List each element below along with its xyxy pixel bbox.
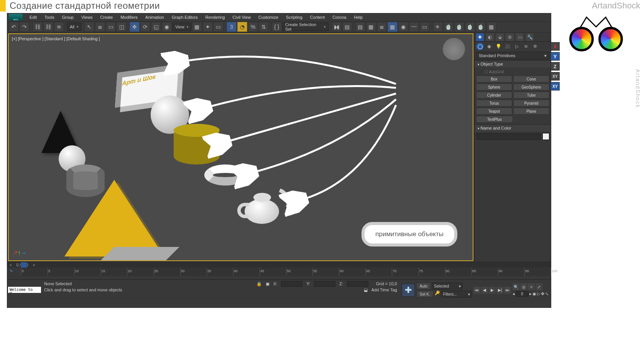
placement-button[interactable]: ◉	[162, 22, 172, 32]
timeline[interactable]: < 0 / 100 > ⤷ 05101520253035404550556065…	[7, 262, 551, 279]
goto-start-button[interactable]: ⏮	[473, 287, 480, 294]
lights-subtab[interactable]: 💡	[495, 43, 502, 50]
frame-spinner-next[interactable]: ▸	[529, 291, 532, 296]
constraint-x[interactable]: X	[550, 42, 560, 51]
autokey-button[interactable]: Auto	[416, 283, 431, 289]
setkey-button[interactable]: Set K.	[416, 291, 434, 298]
render-frame-button[interactable]: ▭	[420, 22, 430, 32]
keymode-button[interactable]: ▭	[214, 22, 223, 32]
percent-snap-button[interactable]: %	[248, 22, 258, 32]
menu-corona[interactable]: Corona	[329, 14, 350, 20]
nav-icon5[interactable]: ▷	[537, 291, 540, 296]
time-ruler[interactable]: ⤷ 05101520253035404550556065707580859095…	[21, 268, 551, 276]
nav-icon7[interactable]: ⤡	[545, 291, 549, 296]
align-button[interactable]: ▤	[342, 22, 352, 32]
shapes-subtab[interactable]: ◉	[485, 43, 493, 50]
angle-snap-button[interactable]: ◔	[237, 22, 247, 32]
menu-civilview[interactable]: Civil View	[229, 14, 255, 20]
nav-icon1[interactable]: ◎	[520, 283, 527, 290]
goto-end-button[interactable]: ⏭	[504, 287, 511, 294]
create-sphere-button[interactable]: Sphere	[476, 84, 512, 90]
add-time-tag[interactable]: Add Time Tag	[371, 288, 397, 292]
timeconfig-button[interactable]: 🔍	[513, 283, 519, 290]
spinner-snap-button[interactable]: ⇅	[259, 22, 269, 32]
teapot4-icon[interactable]: 🍵	[476, 22, 486, 32]
create-tab[interactable]: ✚	[476, 33, 484, 41]
constraint-z[interactable]: Z	[550, 62, 560, 71]
helpers-subtab[interactable]: ▷	[513, 43, 521, 50]
object-pyramid[interactable]	[64, 180, 164, 256]
schematic-view-button[interactable]: ▦	[388, 22, 398, 32]
menu-tools[interactable]: Tools	[41, 14, 58, 20]
scale-button[interactable]: ◱	[151, 22, 161, 32]
object-teapot[interactable]	[235, 184, 292, 230]
primitive-category-dropdown[interactable]: Standard Primitives▾	[476, 52, 549, 59]
keymode-dropdown[interactable]: Selected▾	[432, 283, 463, 289]
menu-create[interactable]: Create	[96, 14, 117, 20]
menu-modifiers[interactable]: Modifiers	[117, 14, 141, 20]
display-tab[interactable]: ▭	[516, 33, 524, 41]
teapot1-icon[interactable]: 🍵	[444, 22, 453, 32]
script-listener-icon[interactable]: ⤷	[10, 268, 13, 273]
autogrid-checkbox[interactable]: ☐ AutoGrid	[476, 69, 549, 76]
mirror-button[interactable]: ◗◖	[332, 22, 342, 32]
object-torus[interactable]	[204, 164, 246, 186]
snap-toggle-button[interactable]: 3	[227, 22, 237, 32]
object-name-input[interactable]	[476, 133, 541, 140]
select-window-button[interactable]: ◫	[117, 22, 127, 32]
modify-tab[interactable]: ◐	[486, 33, 494, 41]
selection-set-combo[interactable]: Create Selection Set	[283, 23, 329, 31]
y-input[interactable]	[314, 281, 335, 287]
manip-button[interactable]: ✦	[203, 22, 213, 32]
name-color-rollout[interactable]: Name and Color	[475, 124, 551, 132]
lock-icon[interactable]: 🔒	[256, 281, 262, 286]
object-cylinder[interactable]	[174, 126, 220, 164]
create-pyramid-button[interactable]: Pyramid	[513, 100, 549, 107]
constraint-xy-active[interactable]: XY	[550, 82, 560, 90]
create-plane-button[interactable]: Plane	[513, 108, 549, 115]
select-rect-button[interactable]: ▭	[106, 22, 116, 32]
toggle-ribbon-button[interactable]: ▦	[366, 22, 376, 32]
menu-grapheditors[interactable]: Graph Editors	[168, 14, 202, 20]
undo-button[interactable]: ↶	[9, 22, 19, 32]
systems-subtab[interactable]: ✲	[531, 43, 539, 50]
render-button[interactable]: ☀	[433, 22, 443, 32]
menu-scripting[interactable]: Scripting	[282, 14, 306, 20]
nav-icon3[interactable]: ⤢	[536, 283, 542, 290]
select-name-button[interactable]: ≣	[95, 22, 105, 32]
menu-views[interactable]: Views	[77, 14, 96, 20]
create-geosphere-button[interactable]: GeoSphere	[513, 84, 549, 90]
create-cylinder-button[interactable]: Cylinder	[476, 92, 512, 99]
render-preset-button[interactable]: ▦	[486, 22, 496, 32]
select-button[interactable]: ↖	[84, 22, 94, 32]
keyfilter-icon[interactable]: 🔑	[435, 291, 440, 298]
pivot-button[interactable]: ▦	[192, 22, 202, 32]
bind-spacewarp-button[interactable]: ≋	[54, 22, 64, 32]
frame-spinner-prev[interactable]: ◂	[513, 291, 515, 296]
object-type-rollout[interactable]: Object Type	[475, 60, 551, 67]
viewport-perspective[interactable]: [+] [Perspective ] [Standard ] [Default …	[8, 33, 473, 261]
create-box-button[interactable]: Box	[476, 76, 512, 82]
next-frame-button[interactable]: ▶|	[496, 287, 503, 294]
layer-explorer-button[interactable]: ▤	[355, 22, 365, 32]
rotate-button[interactable]: ⟳	[140, 22, 150, 32]
create-torus-button[interactable]: Torus	[476, 100, 512, 107]
current-frame-input[interactable]: 0	[516, 291, 529, 297]
create-teapot-button[interactable]: Teapot	[476, 108, 512, 115]
prev-frame-button[interactable]: ◀	[481, 287, 488, 294]
constraint-y[interactable]: Y	[550, 52, 560, 61]
create-textplus-button[interactable]: TextPlus	[476, 116, 513, 123]
menu-customize[interactable]: Customize	[255, 14, 282, 20]
link-button[interactable]: ⛓	[33, 22, 43, 32]
create-tube-button[interactable]: Tube	[513, 92, 549, 99]
edit-selset-button[interactable]: { }	[272, 22, 282, 32]
viewcube[interactable]	[443, 38, 465, 60]
spacewarps-subtab[interactable]: ≋	[522, 43, 530, 50]
constraint-xy[interactable]: XY	[550, 72, 560, 81]
unlink-button[interactable]: ⛓	[43, 22, 53, 32]
menu-edit[interactable]: Edit	[26, 14, 41, 20]
z-input[interactable]	[347, 281, 368, 287]
curve-editor-button[interactable]: ≣	[377, 22, 387, 32]
maxscript-listener[interactable]: Welcome to M:	[8, 287, 41, 293]
nav-icon2[interactable]: ✧	[528, 283, 535, 290]
